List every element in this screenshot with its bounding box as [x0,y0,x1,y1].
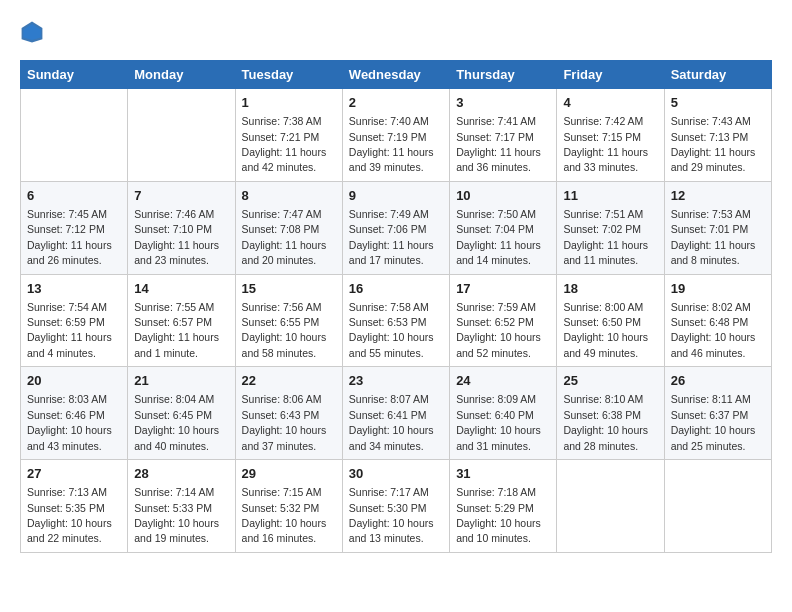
calendar-day-cell: 13Sunrise: 7:54 AMSunset: 6:59 PMDayligh… [21,274,128,367]
calendar-day-cell: 25Sunrise: 8:10 AMSunset: 6:38 PMDayligh… [557,367,664,460]
day-info: Sunrise: 7:51 AMSunset: 7:02 PMDaylight:… [563,208,648,266]
calendar-header: SundayMondayTuesdayWednesdayThursdayFrid… [21,61,772,89]
day-number: 3 [456,94,550,112]
day-number: 9 [349,187,443,205]
day-number: 8 [242,187,336,205]
day-number: 16 [349,280,443,298]
calendar-day-cell [21,89,128,182]
logo-icon [20,20,44,44]
days-header-row: SundayMondayTuesdayWednesdayThursdayFrid… [21,61,772,89]
day-number: 24 [456,372,550,390]
calendar-day-cell: 11Sunrise: 7:51 AMSunset: 7:02 PMDayligh… [557,181,664,274]
calendar-week-row: 20Sunrise: 8:03 AMSunset: 6:46 PMDayligh… [21,367,772,460]
calendar-week-row: 6Sunrise: 7:45 AMSunset: 7:12 PMDaylight… [21,181,772,274]
calendar-day-cell: 12Sunrise: 7:53 AMSunset: 7:01 PMDayligh… [664,181,771,274]
calendar-day-cell: 16Sunrise: 7:58 AMSunset: 6:53 PMDayligh… [342,274,449,367]
calendar-day-cell: 26Sunrise: 8:11 AMSunset: 6:37 PMDayligh… [664,367,771,460]
day-number: 11 [563,187,657,205]
calendar-day-cell: 24Sunrise: 8:09 AMSunset: 6:40 PMDayligh… [450,367,557,460]
day-of-week-header: Wednesday [342,61,449,89]
day-info: Sunrise: 7:40 AMSunset: 7:19 PMDaylight:… [349,115,434,173]
calendar-week-row: 27Sunrise: 7:13 AMSunset: 5:35 PMDayligh… [21,460,772,553]
day-info: Sunrise: 7:41 AMSunset: 7:17 PMDaylight:… [456,115,541,173]
day-number: 4 [563,94,657,112]
calendar-day-cell: 23Sunrise: 8:07 AMSunset: 6:41 PMDayligh… [342,367,449,460]
day-info: Sunrise: 8:03 AMSunset: 6:46 PMDaylight:… [27,393,112,451]
day-info: Sunrise: 7:56 AMSunset: 6:55 PMDaylight:… [242,301,327,359]
day-info: Sunrise: 7:13 AMSunset: 5:35 PMDaylight:… [27,486,112,544]
day-number: 22 [242,372,336,390]
calendar-day-cell: 5Sunrise: 7:43 AMSunset: 7:13 PMDaylight… [664,89,771,182]
calendar-day-cell: 29Sunrise: 7:15 AMSunset: 5:32 PMDayligh… [235,460,342,553]
calendar-body: 1Sunrise: 7:38 AMSunset: 7:21 PMDaylight… [21,89,772,553]
calendar-day-cell: 30Sunrise: 7:17 AMSunset: 5:30 PMDayligh… [342,460,449,553]
day-number: 12 [671,187,765,205]
day-number: 28 [134,465,228,483]
calendar-day-cell: 8Sunrise: 7:47 AMSunset: 7:08 PMDaylight… [235,181,342,274]
day-number: 10 [456,187,550,205]
day-info: Sunrise: 8:02 AMSunset: 6:48 PMDaylight:… [671,301,756,359]
day-info: Sunrise: 8:11 AMSunset: 6:37 PMDaylight:… [671,393,756,451]
day-info: Sunrise: 7:15 AMSunset: 5:32 PMDaylight:… [242,486,327,544]
calendar-day-cell: 1Sunrise: 7:38 AMSunset: 7:21 PMDaylight… [235,89,342,182]
day-of-week-header: Thursday [450,61,557,89]
day-number: 20 [27,372,121,390]
calendar-day-cell [557,460,664,553]
day-info: Sunrise: 7:59 AMSunset: 6:52 PMDaylight:… [456,301,541,359]
page-header [20,20,772,44]
day-info: Sunrise: 7:55 AMSunset: 6:57 PMDaylight:… [134,301,219,359]
day-info: Sunrise: 8:07 AMSunset: 6:41 PMDaylight:… [349,393,434,451]
day-info: Sunrise: 7:54 AMSunset: 6:59 PMDaylight:… [27,301,112,359]
calendar-day-cell: 18Sunrise: 8:00 AMSunset: 6:50 PMDayligh… [557,274,664,367]
day-of-week-header: Sunday [21,61,128,89]
day-number: 19 [671,280,765,298]
calendar-day-cell: 9Sunrise: 7:49 AMSunset: 7:06 PMDaylight… [342,181,449,274]
calendar-day-cell: 21Sunrise: 8:04 AMSunset: 6:45 PMDayligh… [128,367,235,460]
calendar-day-cell: 19Sunrise: 8:02 AMSunset: 6:48 PMDayligh… [664,274,771,367]
day-info: Sunrise: 8:00 AMSunset: 6:50 PMDaylight:… [563,301,648,359]
calendar-week-row: 1Sunrise: 7:38 AMSunset: 7:21 PMDaylight… [21,89,772,182]
calendar-day-cell [128,89,235,182]
day-info: Sunrise: 7:17 AMSunset: 5:30 PMDaylight:… [349,486,434,544]
day-info: Sunrise: 7:18 AMSunset: 5:29 PMDaylight:… [456,486,541,544]
calendar-day-cell: 2Sunrise: 7:40 AMSunset: 7:19 PMDaylight… [342,89,449,182]
day-info: Sunrise: 7:46 AMSunset: 7:10 PMDaylight:… [134,208,219,266]
day-number: 31 [456,465,550,483]
day-number: 2 [349,94,443,112]
day-info: Sunrise: 7:53 AMSunset: 7:01 PMDaylight:… [671,208,756,266]
day-info: Sunrise: 7:58 AMSunset: 6:53 PMDaylight:… [349,301,434,359]
day-info: Sunrise: 7:45 AMSunset: 7:12 PMDaylight:… [27,208,112,266]
day-info: Sunrise: 7:50 AMSunset: 7:04 PMDaylight:… [456,208,541,266]
calendar-day-cell: 10Sunrise: 7:50 AMSunset: 7:04 PMDayligh… [450,181,557,274]
calendar-week-row: 13Sunrise: 7:54 AMSunset: 6:59 PMDayligh… [21,274,772,367]
day-of-week-header: Friday [557,61,664,89]
day-info: Sunrise: 8:04 AMSunset: 6:45 PMDaylight:… [134,393,219,451]
day-number: 15 [242,280,336,298]
calendar-day-cell: 31Sunrise: 7:18 AMSunset: 5:29 PMDayligh… [450,460,557,553]
day-info: Sunrise: 8:06 AMSunset: 6:43 PMDaylight:… [242,393,327,451]
calendar-day-cell: 15Sunrise: 7:56 AMSunset: 6:55 PMDayligh… [235,274,342,367]
day-info: Sunrise: 7:42 AMSunset: 7:15 PMDaylight:… [563,115,648,173]
day-info: Sunrise: 7:43 AMSunset: 7:13 PMDaylight:… [671,115,756,173]
day-number: 13 [27,280,121,298]
calendar-day-cell: 27Sunrise: 7:13 AMSunset: 5:35 PMDayligh… [21,460,128,553]
day-number: 27 [27,465,121,483]
calendar-day-cell: 4Sunrise: 7:42 AMSunset: 7:15 PMDaylight… [557,89,664,182]
day-number: 26 [671,372,765,390]
day-info: Sunrise: 8:09 AMSunset: 6:40 PMDaylight:… [456,393,541,451]
calendar-day-cell: 7Sunrise: 7:46 AMSunset: 7:10 PMDaylight… [128,181,235,274]
day-info: Sunrise: 7:38 AMSunset: 7:21 PMDaylight:… [242,115,327,173]
day-number: 30 [349,465,443,483]
day-number: 25 [563,372,657,390]
day-info: Sunrise: 7:47 AMSunset: 7:08 PMDaylight:… [242,208,327,266]
day-number: 17 [456,280,550,298]
calendar-day-cell: 6Sunrise: 7:45 AMSunset: 7:12 PMDaylight… [21,181,128,274]
calendar-day-cell: 3Sunrise: 7:41 AMSunset: 7:17 PMDaylight… [450,89,557,182]
logo [20,20,48,44]
day-info: Sunrise: 7:49 AMSunset: 7:06 PMDaylight:… [349,208,434,266]
calendar-day-cell: 22Sunrise: 8:06 AMSunset: 6:43 PMDayligh… [235,367,342,460]
day-number: 21 [134,372,228,390]
day-number: 7 [134,187,228,205]
day-of-week-header: Monday [128,61,235,89]
calendar-day-cell: 20Sunrise: 8:03 AMSunset: 6:46 PMDayligh… [21,367,128,460]
